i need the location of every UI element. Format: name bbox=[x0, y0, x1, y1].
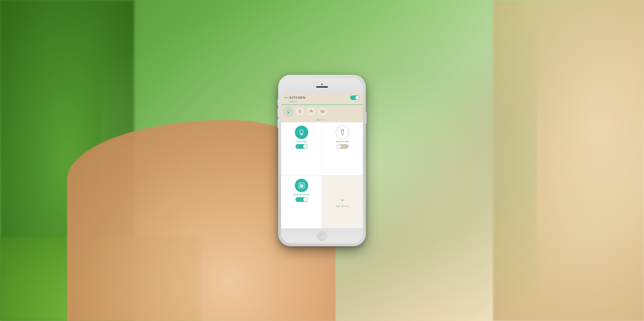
pendant-icon bbox=[298, 109, 302, 114]
room-light-icon-circle bbox=[295, 126, 308, 139]
bedroom-light-cell[interactable]: Bedroom Light bbox=[322, 122, 363, 175]
svg-line-3 bbox=[299, 112, 299, 113]
earpiece-speaker bbox=[316, 86, 328, 88]
device-count: 6 Devices bbox=[289, 100, 360, 102]
bedroom-light-icon bbox=[339, 129, 346, 136]
room-icon bbox=[284, 97, 288, 98]
toggle-divider bbox=[355, 96, 355, 99]
bedroom-light-label: Bedroom Light bbox=[336, 140, 349, 143]
toggle-check-icon: ✓ bbox=[297, 145, 299, 148]
iphone: KITCHEN 6 Devices bbox=[278, 75, 366, 246]
toggle-knob bbox=[337, 144, 341, 148]
mute-button[interactable] bbox=[278, 99, 278, 105]
toggle-knob bbox=[356, 96, 359, 99]
phone-screen: KITCHEN 6 Devices bbox=[281, 93, 363, 228]
device-grid: Room Light ✓ bbox=[281, 122, 363, 228]
chandelier-filter-btn[interactable] bbox=[306, 107, 316, 116]
header-left: KITCHEN bbox=[284, 96, 306, 99]
main-power-toggle[interactable] bbox=[350, 95, 360, 100]
toggle-check-icon: ✓ bbox=[297, 198, 299, 201]
top-bezel bbox=[281, 78, 363, 93]
room-light-icon bbox=[298, 129, 305, 136]
toggle-knob bbox=[303, 198, 307, 202]
front-camera bbox=[321, 84, 323, 85]
toggle-off-dot bbox=[346, 146, 347, 147]
ac-filter-btn[interactable] bbox=[318, 107, 327, 116]
home-button-inner bbox=[319, 233, 325, 239]
toggle-knob bbox=[303, 144, 307, 148]
bedroom-light-icon-circle bbox=[336, 126, 349, 139]
add-device-label: ADD DEVICE bbox=[336, 205, 349, 207]
pendant-filter-btn[interactable] bbox=[295, 107, 304, 116]
svg-line-4 bbox=[300, 112, 301, 113]
room-title: KITCHEN bbox=[290, 96, 306, 99]
washing-machine-toggle[interactable]: ✓ bbox=[296, 197, 308, 202]
bottom-bezel bbox=[281, 228, 363, 243]
add-device-plus-icon: + bbox=[339, 197, 346, 204]
svg-point-6 bbox=[311, 111, 312, 112]
home-button[interactable] bbox=[318, 231, 326, 240]
power-button[interactable] bbox=[366, 112, 366, 124]
washing-machine-icon bbox=[298, 182, 305, 189]
device-type-icons bbox=[281, 105, 363, 118]
page-dot-3 bbox=[322, 119, 323, 120]
bulb-icon bbox=[286, 109, 291, 114]
volume-down-button[interactable] bbox=[278, 119, 278, 128]
room-light-cell[interactable]: Room Light ✓ bbox=[281, 122, 322, 175]
page-dot-4 bbox=[324, 119, 324, 120]
page-dot-5 bbox=[325, 119, 326, 120]
washing-machine-label: Washing Machine bbox=[294, 194, 310, 196]
pagination-dots bbox=[281, 118, 363, 122]
header-top-row: KITCHEN bbox=[284, 95, 360, 100]
add-device-cell[interactable]: + ADD DEVICE bbox=[322, 175, 363, 228]
ac-icon bbox=[320, 109, 325, 114]
room-light-label: Room Light bbox=[296, 140, 306, 143]
bedroom-light-toggle[interactable] bbox=[336, 144, 348, 149]
phone-wrapper: KITCHEN 6 Devices bbox=[278, 75, 366, 246]
chandelier-icon bbox=[309, 109, 314, 114]
bulb-filter-btn[interactable] bbox=[284, 107, 293, 116]
room-light-toggle[interactable]: ✓ bbox=[296, 144, 308, 149]
app-header: KITCHEN 6 Devices bbox=[281, 93, 363, 105]
washing-machine-cell[interactable]: Washing Machine ✓ bbox=[281, 175, 322, 228]
page-dot-2 bbox=[320, 119, 321, 120]
volume-up-button[interactable] bbox=[278, 109, 278, 117]
washing-machine-icon-circle bbox=[295, 179, 308, 192]
phone-inner: KITCHEN 6 Devices bbox=[281, 78, 363, 243]
page-dot-1 bbox=[318, 119, 319, 121]
